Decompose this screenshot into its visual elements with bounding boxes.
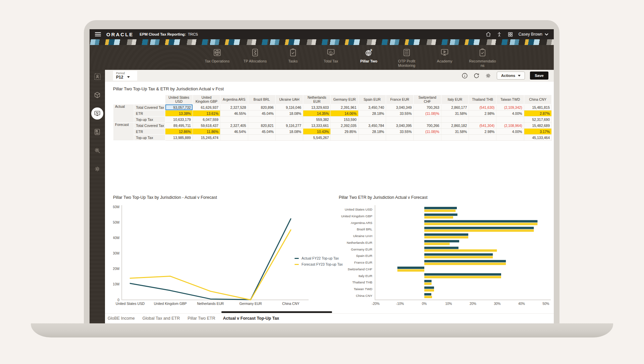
- grid-cell[interactable]: (541,630): [469, 104, 496, 110]
- grid-cell[interactable]: [275, 117, 303, 123]
- grid-cell[interactable]: 46.54%: [220, 129, 248, 135]
- grid-cell[interactable]: 13,329,603: [303, 104, 331, 110]
- nav-item-tasks[interactable]: Tasks: [274, 45, 312, 70]
- grid-cell[interactable]: 3,040,349: [386, 104, 414, 110]
- grid-cell[interactable]: 13.61%: [193, 110, 220, 117]
- grid-cell[interactable]: [441, 117, 469, 123]
- grid-cell[interactable]: 10,633,179: [165, 117, 193, 123]
- grid-cell[interactable]: 14.35%: [303, 110, 331, 117]
- nav-item-total-tax[interactable]: Total Tax: [312, 45, 350, 70]
- nav-item-pillar-two[interactable]: II Pillar Two: [350, 45, 388, 70]
- grid-cell[interactable]: [414, 135, 441, 141]
- grid-cell[interactable]: 2.98%: [469, 110, 496, 117]
- nav-item-tp-allocations[interactable]: TP Allocations: [236, 45, 274, 70]
- grid-cell[interactable]: 89,495,711: [165, 123, 193, 129]
- app-switcher-grid-icon[interactable]: [507, 31, 514, 37]
- nav-item-otp-profit-monitoring[interactable]: OTP Profit Monitoring: [388, 45, 426, 70]
- grid-cell[interactable]: [248, 135, 275, 141]
- grid-cell[interactable]: 61,626,937: [193, 104, 220, 110]
- grid-cell[interactable]: (2,109,342): [496, 104, 524, 110]
- sidebar-item-worklist[interactable]: [91, 71, 103, 83]
- grid-cell[interactable]: 13.38%: [165, 110, 193, 117]
- user-menu[interactable]: Casey Brown: [519, 32, 548, 37]
- grid-cell[interactable]: 10.43%: [303, 129, 331, 135]
- grid-cell[interactable]: 33.55%: [386, 129, 414, 135]
- grid-cell[interactable]: [275, 135, 303, 141]
- grid-cell[interactable]: [248, 117, 275, 123]
- grid-cell[interactable]: 4.00%: [496, 110, 524, 117]
- actions-button[interactable]: Actions: [497, 72, 525, 80]
- grid-cell[interactable]: 2.87%: [524, 110, 551, 117]
- grid-cell[interactable]: [496, 117, 524, 123]
- tab-globe-income[interactable]: GloBE Income: [108, 316, 135, 321]
- grid-cell[interactable]: 33.55%: [386, 110, 414, 117]
- grid-cell[interactable]: (541,304): [469, 123, 496, 129]
- tab-global-tax-and-etr[interactable]: Global Tax and ETR: [143, 316, 180, 321]
- refresh-icon[interactable]: [473, 72, 480, 79]
- grid-cell[interactable]: [441, 135, 469, 141]
- grid-cell[interactable]: [220, 117, 248, 123]
- home-icon[interactable]: [485, 31, 491, 37]
- grid-cell[interactable]: 3,450,740: [358, 104, 386, 110]
- info-icon[interactable]: [462, 72, 468, 79]
- grid-cell[interactable]: 9,116,046: [275, 104, 303, 110]
- grid-cell[interactable]: 46.55%: [220, 110, 248, 117]
- accessibility-icon[interactable]: [496, 31, 502, 37]
- grid-cell[interactable]: (11.08)%: [414, 129, 441, 135]
- grid-cell[interactable]: [469, 135, 496, 141]
- grid-cell[interactable]: (11.08)%: [414, 110, 441, 117]
- grid-cell[interactable]: 2,860,177: [441, 104, 469, 110]
- grid-cell[interactable]: [331, 135, 358, 141]
- grid-cell[interactable]: [220, 135, 248, 141]
- grid-cell[interactable]: 2.98%: [469, 129, 496, 135]
- grid-cell[interactable]: 13,333,661: [303, 123, 331, 129]
- grid-cell[interactable]: 153,590: [331, 117, 358, 123]
- grid-cell[interactable]: 31.58%: [441, 110, 469, 117]
- grid-cell[interactable]: 2,392,035: [331, 123, 358, 129]
- grid-cell[interactable]: 9,116,277: [275, 123, 303, 129]
- grid-cell-selected[interactable]: 93,057,732: [165, 104, 193, 110]
- grid-cell[interactable]: 11.86%: [193, 129, 220, 135]
- nav-item-academy[interactable]: Academy: [426, 45, 464, 70]
- hamburger-menu-icon[interactable]: [95, 32, 101, 36]
- grid-cell[interactable]: 820,896: [248, 104, 275, 110]
- tab-actual-v-forcast-top-up-tax[interactable]: Actual v Forcast Top-Up Tax: [223, 316, 279, 321]
- tab-pillar-two-etr[interactable]: Pillar Two ETR: [187, 316, 215, 321]
- grid-cell[interactable]: 31.58%: [441, 129, 469, 135]
- grid-cell[interactable]: 29.85%: [331, 129, 358, 135]
- scrollbar-thumb[interactable]: [221, 311, 332, 313]
- save-button[interactable]: Save: [530, 72, 548, 80]
- grid-cell[interactable]: 559,382: [303, 117, 331, 123]
- settings-gear-icon[interactable]: [485, 72, 492, 79]
- grid-cell[interactable]: [358, 117, 386, 123]
- grid-cell[interactable]: 2,860,182: [441, 123, 469, 129]
- sidebar-item-library[interactable]: [91, 89, 103, 101]
- grid-cell[interactable]: 2,327,528: [220, 104, 248, 110]
- grid-cell[interactable]: (2,108,964): [496, 123, 524, 129]
- grid-cell[interactable]: 18.08%: [275, 110, 303, 117]
- grid-cell[interactable]: 2,391,961: [331, 104, 358, 110]
- grid-cell[interactable]: 820,821: [248, 123, 275, 129]
- grid-cell[interactable]: 28.18%: [358, 129, 386, 135]
- grid-cell[interactable]: 3.17%: [524, 129, 551, 135]
- grid-cell[interactable]: [386, 135, 414, 141]
- grid-cell[interactable]: 5,545,267: [303, 135, 331, 141]
- nav-item-tax-operations[interactable]: Tax Operations: [198, 45, 236, 70]
- sidebar-item-reports[interactable]: [91, 126, 103, 138]
- grid-cell[interactable]: 52,317,690: [524, 117, 551, 123]
- grid-cell[interactable]: [469, 117, 496, 123]
- grid-cell[interactable]: 18.08%: [275, 129, 303, 135]
- grid-cell[interactable]: 59,618,437: [193, 123, 220, 129]
- grid-cell[interactable]: 15,245,474: [193, 135, 220, 141]
- grid-cell[interactable]: 3,040,395: [386, 123, 414, 129]
- grid-cell[interactable]: 45.04%: [248, 110, 275, 117]
- grid-cell[interactable]: 14.06%: [331, 110, 358, 117]
- grid-cell[interactable]: [414, 117, 441, 123]
- sidebar-item-settings[interactable]: [91, 163, 103, 175]
- grid-cell[interactable]: 28.18%: [358, 110, 386, 117]
- grid-cell[interactable]: [496, 135, 524, 141]
- grid-cell[interactable]: 700,263: [414, 104, 441, 110]
- grid-cell[interactable]: 15,482,689: [524, 123, 551, 129]
- grid-cell[interactable]: [386, 117, 414, 123]
- nav-item-recommendations[interactable]: Recommendations: [464, 45, 501, 70]
